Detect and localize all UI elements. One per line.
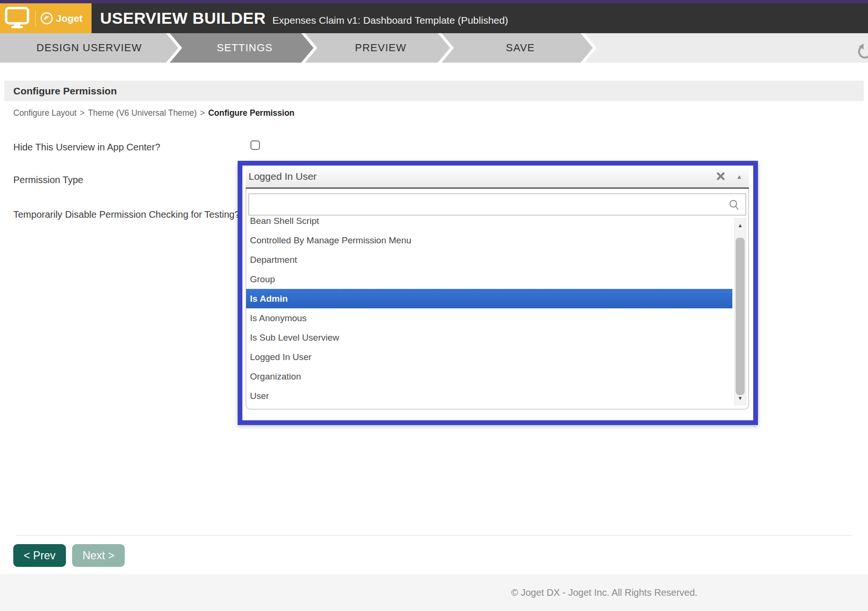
search-icon (729, 199, 740, 213)
title-block: USERVIEW BUILDER Expenses Claim v1: Dash… (92, 9, 508, 28)
collapse-icon[interactable]: ▲ (736, 173, 742, 180)
permission-type-dropdown: Logged In User ▲ (238, 161, 758, 425)
permission-option[interactable]: Is Sub Level Userview (246, 328, 732, 347)
page-heading-band: Configure Permission (4, 81, 864, 101)
permission-option[interactable]: Logged In User (246, 347, 732, 367)
joget-logo-icon (40, 12, 53, 25)
breadcrumb: Configure Layout>Theme (V6 Universal The… (13, 108, 295, 118)
breadcrumb-theme[interactable]: Theme (V6 Universal Theme) (88, 108, 197, 118)
permission-option[interactable]: Bean Shell Script (246, 217, 732, 231)
breadcrumb-separator: > (80, 108, 84, 118)
permission-option[interactable]: Is Anonymous (246, 308, 732, 328)
logo-divider (35, 10, 36, 27)
footer: © Joget DX - Joget Inc. All Rights Reser… (0, 574, 868, 611)
page: Joget USERVIEW BUILDER Expenses Claim v1… (0, 0, 868, 611)
hide-userview-label: Hide This Userview in App Center? (13, 140, 160, 154)
breadcrumb-separator: > (200, 108, 205, 118)
next-button[interactable]: Next > (72, 544, 125, 567)
dropdown-search (246, 189, 748, 217)
joget-logo-text: Joget (56, 13, 83, 24)
close-icon[interactable] (716, 172, 725, 183)
page-title: Configure Permission (13, 85, 117, 97)
dropdown-search-input[interactable] (249, 194, 746, 215)
permission-selected-value[interactable]: Logged In User ▲ (246, 166, 749, 189)
scrollbar-up-icon[interactable]: ▲ (735, 220, 746, 231)
tab-design-userview[interactable]: DESIGN USERVIEW (0, 33, 178, 63)
permission-option-highlighted[interactable]: Is Admin (246, 289, 732, 308)
disable-permission-label: Temporarily Disable Permission Checking … (13, 208, 240, 221)
permission-option[interactable]: Department (246, 250, 732, 269)
undo-icon[interactable] (856, 43, 868, 61)
scrollbar-down-icon[interactable]: ▼ (735, 392, 746, 404)
permission-option[interactable]: User (246, 386, 732, 406)
permission-option[interactable]: Group (246, 269, 732, 289)
scrollbar-thumb[interactable] (736, 238, 745, 395)
tab-save[interactable]: SAVE (442, 33, 593, 63)
logo-block[interactable]: Joget (0, 3, 92, 33)
tabs-filler (584, 33, 868, 63)
copyright-text: © Joget DX - Joget Inc. All Rights Reser… (511, 587, 698, 598)
tab-preview[interactable]: PREVIEW (305, 33, 450, 63)
permission-type-label: Permission Type (13, 173, 83, 186)
joget-logo: Joget (40, 12, 83, 25)
app-subtitle: Expenses Claim v1: Dashboard Template (P… (272, 15, 508, 26)
prev-button[interactable]: < Prev (13, 544, 66, 567)
breadcrumb-current: Configure Permission (208, 108, 295, 118)
builder-tabs: DESIGN USERVIEW SETTINGS PREVIEW SAVE (0, 33, 868, 63)
permission-dropdown-panel: Bean Shell Script Controlled By Manage P… (246, 189, 749, 409)
app-header: Joget USERVIEW BUILDER Expenses Claim v1… (0, 3, 868, 33)
app-title: USERVIEW BUILDER (100, 9, 266, 28)
actions-divider (16, 535, 852, 536)
hide-userview-checkbox[interactable] (250, 140, 260, 150)
breadcrumb-configure-layout[interactable]: Configure Layout (13, 108, 76, 118)
top-accent-strip (0, 0, 868, 3)
permission-option[interactable]: Organization (246, 367, 732, 386)
dropdown-scrollbar[interactable]: ▲ ▼ (734, 218, 746, 405)
dropdown-results: Bean Shell Script Controlled By Manage P… (246, 217, 748, 409)
tab-settings[interactable]: SETTINGS (170, 33, 314, 63)
permission-option[interactable]: Controlled By Manage Permission Menu (246, 231, 732, 250)
monitor-icon (5, 7, 29, 30)
